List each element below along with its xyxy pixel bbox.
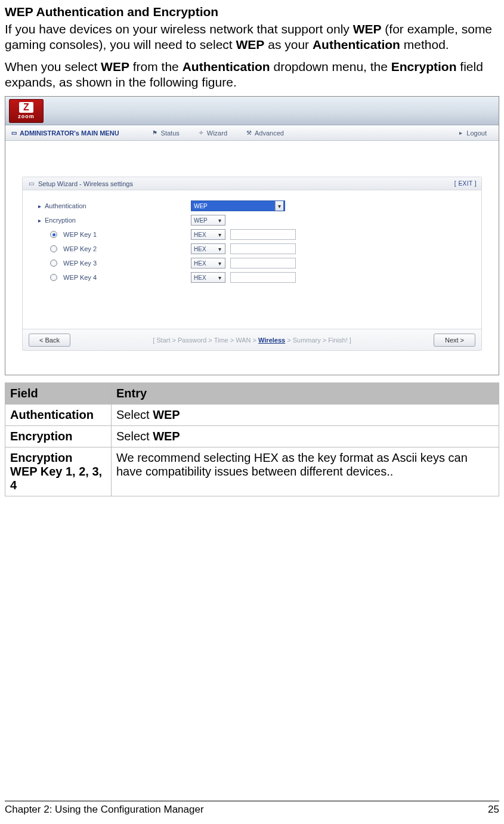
panel-icon: ▭ xyxy=(27,180,35,187)
authentication-dropdown[interactable]: WEP ▾ xyxy=(191,200,285,211)
cell-entry: We recommend selecting HEX as the key fo… xyxy=(112,448,499,496)
chevron-down-icon: ▾ xyxy=(275,201,283,211)
section-heading: WEP Authentication and Encryption xyxy=(5,5,499,19)
bc-suffix: > Summary > Finish! ] xyxy=(285,337,351,344)
paragraph-2: When you select WEP from the Authenticat… xyxy=(5,59,499,91)
panel-footer: < Back [ Start > Password > Time > WAN >… xyxy=(23,329,481,350)
chevron-down-icon: ▾ xyxy=(215,246,224,252)
menu-advanced-label: Advanced xyxy=(255,129,284,137)
next-button[interactable]: Next > xyxy=(434,334,475,347)
row-wep-key-2: WEP Key 2 HEX ▾ xyxy=(23,242,481,256)
window-icon: ▭ xyxy=(10,129,17,137)
cell-entry: Select WEP xyxy=(112,405,499,426)
router-admin-screenshot: Z zoom ▭ ADMINISTRATOR's MAIN MENU ⚑ Sta… xyxy=(5,96,499,375)
wep-key-4-label: WEP Key 4 xyxy=(63,274,97,281)
footer-chapter: Chapter 2: Using the Configuration Manag… xyxy=(5,804,204,816)
table-row: Encryption WEP Key 1, 2, 3, 4 We recomme… xyxy=(5,448,499,496)
row-authentication: ▸ Authentication WEP ▾ xyxy=(23,199,481,213)
header-bar: Z zoom xyxy=(5,97,499,125)
row-wep-key-3: WEP Key 3 HEX ▾ xyxy=(23,256,481,270)
text-bold: Authentication xyxy=(183,60,270,73)
panel-title-text: Setup Wizard - Wireless settings xyxy=(38,180,133,187)
bullet-icon: ▸ xyxy=(38,217,41,224)
table-row: Encryption Select WEP xyxy=(5,426,499,448)
wizard-breadcrumb: [ Start > Password > Time > WAN > Wirele… xyxy=(82,337,422,344)
wep-key-4-format-dropdown[interactable]: HEX ▾ xyxy=(191,272,225,283)
menu-main-text: ADMINISTRATOR's MAIN MENU xyxy=(20,129,119,137)
panel-body: ▸ Authentication WEP ▾ ▸ Encryption WEP … xyxy=(23,190,481,329)
logo-text: zoom xyxy=(18,113,35,119)
menu-wizard[interactable]: ✧ Wizard xyxy=(190,129,234,137)
header-entry: Entry xyxy=(112,383,499,405)
text: When you select xyxy=(5,60,101,73)
wep-key-3-format-dropdown[interactable]: HEX ▾ xyxy=(191,258,225,269)
tools-icon: ⚒ xyxy=(245,129,252,137)
header-field: Field xyxy=(5,383,112,405)
row-wep-key-4: WEP Key 4 HEX ▾ xyxy=(23,270,481,285)
radio-wep-key-3[interactable] xyxy=(50,260,57,267)
text: If you have devices on your wireless net… xyxy=(5,22,353,36)
menu-wizard-label: Wizard xyxy=(207,129,227,137)
bc-current: Wireless xyxy=(258,337,285,344)
exit-link[interactable]: [ EXIT ] xyxy=(454,180,477,187)
text: from the xyxy=(129,60,183,73)
chevron-down-icon: ▾ xyxy=(215,232,224,238)
text-bold: WEP xyxy=(101,60,129,73)
bullet-icon: ▸ xyxy=(38,203,41,209)
cell-entry: Select WEP xyxy=(112,426,499,448)
text: as your xyxy=(264,38,313,51)
wep-key-1-format-dropdown[interactable]: HEX ▾ xyxy=(191,229,225,240)
text-bold: WEP xyxy=(236,38,265,51)
radio-wep-key-2[interactable] xyxy=(50,245,57,252)
table-header-row: Field Entry xyxy=(5,383,499,405)
text-bold: Encryption xyxy=(391,60,457,73)
auth-value: WEP xyxy=(194,203,208,209)
field-description-table: Field Entry Authentication Select WEP En… xyxy=(5,382,499,496)
wep-key-2-input[interactable] xyxy=(230,243,296,254)
wep-key-3-label: WEP Key 3 xyxy=(63,260,97,267)
wep-key-1-format: HEX xyxy=(194,232,206,238)
wep-key-1-input[interactable] xyxy=(230,229,296,240)
radio-wep-key-4[interactable] xyxy=(50,274,57,281)
paragraph-1: If you have devices on your wireless net… xyxy=(5,21,499,53)
wep-key-4-format: HEX xyxy=(194,274,206,281)
bc-prefix: [ Start > Password > Time > WAN > xyxy=(153,337,258,344)
chevron-down-icon: ▾ xyxy=(215,217,224,224)
chevron-down-icon: ▾ xyxy=(215,260,224,267)
zoom-logo: Z zoom xyxy=(9,99,44,123)
footer-page-number: 25 xyxy=(488,804,499,816)
cell-field: Encryption WEP Key 1, 2, 3, 4 xyxy=(5,448,112,496)
menu-status[interactable]: ⚑ Status xyxy=(144,129,187,137)
menu-logout-label: Logout xyxy=(466,129,487,137)
wep-key-2-label: WEP Key 2 xyxy=(63,245,97,252)
page-footer: Chapter 2: Using the Configuration Manag… xyxy=(5,801,499,816)
encryption-dropdown[interactable]: WEP ▾ xyxy=(191,215,225,226)
wep-key-3-format: HEX xyxy=(194,260,206,267)
wep-key-2-format: HEX xyxy=(194,246,206,252)
radio-wep-key-1[interactable] xyxy=(50,231,57,238)
menu-advanced[interactable]: ⚒ Advanced xyxy=(238,129,291,137)
wep-key-2-format-dropdown[interactable]: HEX ▾ xyxy=(191,243,225,254)
menu-status-label: Status xyxy=(161,129,180,137)
row-wep-key-1: WEP Key 1 HEX ▾ xyxy=(23,227,481,242)
menu-main-label: ▭ ADMINISTRATOR's MAIN MENU xyxy=(10,129,119,137)
text-bold: WEP xyxy=(353,22,382,36)
logo-z-icon: Z xyxy=(19,102,33,113)
arrow-right-icon: ▸ xyxy=(457,129,464,137)
enc-value: WEP xyxy=(194,217,208,224)
text-bold: Authentication xyxy=(313,38,400,51)
row-encryption: ▸ Encryption WEP ▾ xyxy=(23,213,481,227)
wizard-icon: ✧ xyxy=(197,129,205,137)
main-menu-bar: ▭ ADMINISTRATOR's MAIN MENU ⚑ Status ✧ W… xyxy=(5,125,499,141)
wep-key-4-input[interactable] xyxy=(230,272,296,283)
wep-key-1-label: WEP Key 1 xyxy=(63,231,97,238)
wep-key-3-input[interactable] xyxy=(230,258,296,269)
panel-titlebar: ▭ Setup Wizard - Wireless settings [ EXI… xyxy=(23,177,481,190)
table-row: Authentication Select WEP xyxy=(5,405,499,426)
wizard-panel: ▭ Setup Wizard - Wireless settings [ EXI… xyxy=(22,177,482,351)
enc-label: Encryption xyxy=(45,217,76,224)
back-button[interactable]: < Back xyxy=(29,334,70,347)
menu-logout[interactable]: ▸ Logout xyxy=(450,129,494,137)
chevron-down-icon: ▾ xyxy=(215,274,224,281)
cell-field: Authentication xyxy=(5,405,112,426)
